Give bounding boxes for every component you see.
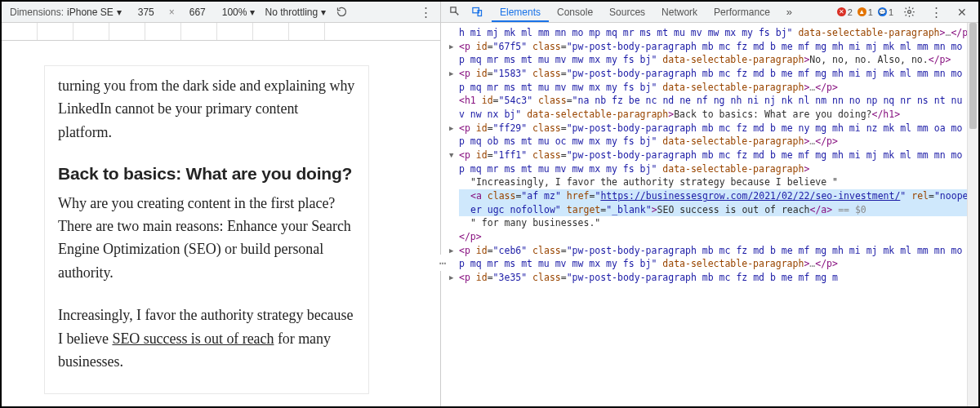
ruler bbox=[2, 23, 440, 41]
device-preview-pane: Dimensions: iPhone SE ▾ 375 × 667 100% ▾… bbox=[2, 2, 441, 406]
throttling-dropdown[interactable]: No throttling ▾ bbox=[261, 5, 329, 20]
article-body: turning you from the dark side and expla… bbox=[44, 65, 369, 394]
tab-console[interactable]: Console bbox=[549, 2, 601, 22]
expand-icon[interactable]: ▶ bbox=[449, 246, 453, 256]
device-dimensions-dropdown[interactable]: Dimensions: iPhone SE ▾ bbox=[7, 5, 125, 20]
error-badge[interactable]: ✕2 bbox=[837, 7, 853, 17]
dom-node[interactable]: ▶ <p id="1583" class="pw-post-body-parag… bbox=[448, 67, 978, 94]
article-heading: Back to basics: What are you doing? bbox=[58, 163, 355, 184]
vertical-scrollbar[interactable] bbox=[967, 23, 978, 406]
chevron-down-icon: ▾ bbox=[117, 7, 122, 18]
dom-text-node[interactable]: "Increasingly, I favor the authority str… bbox=[459, 175, 978, 189]
tab-sources[interactable]: Sources bbox=[601, 2, 653, 22]
warning-count: 1 bbox=[868, 7, 873, 17]
dom-text-node[interactable]: " for many businesses." bbox=[459, 216, 978, 230]
times-icon: × bbox=[167, 7, 176, 18]
info-badge[interactable]: 💬1 bbox=[878, 7, 893, 17]
dom-node[interactable]: ▶ <p id="67f5" class="pw-post-body-parag… bbox=[448, 40, 978, 67]
tabs-overflow-icon[interactable]: » bbox=[778, 2, 800, 22]
throttling-value: No throttling bbox=[265, 7, 318, 18]
device-toggle-icon[interactable] bbox=[466, 2, 488, 21]
expand-icon[interactable]: ▶ bbox=[449, 42, 453, 52]
article-paragraph: turning you from the dark side and expla… bbox=[58, 74, 355, 144]
height-input[interactable]: 667 bbox=[180, 7, 216, 18]
chevron-down-icon: ▾ bbox=[250, 7, 255, 18]
tab-network[interactable]: Network bbox=[653, 2, 706, 22]
article-paragraph: Why are you creating content in the firs… bbox=[58, 192, 355, 285]
devtools-tabs: Elements Console Sources Network Perform… bbox=[492, 2, 800, 22]
dom-node[interactable]: ▶ <p id="ff29" class="pw-post-body-parag… bbox=[448, 122, 978, 149]
rotate-icon[interactable] bbox=[332, 4, 351, 20]
close-icon[interactable]: ✕ bbox=[952, 2, 972, 22]
svg-point-3 bbox=[908, 11, 911, 14]
dimensions-label: Dimensions: bbox=[10, 7, 64, 18]
article-link[interactable]: SEO success is out of reach bbox=[112, 330, 274, 347]
device-toolbar: Dimensions: iPhone SE ▾ 375 × 667 100% ▾… bbox=[2, 2, 440, 23]
dom-node-selected[interactable]: <a class="af mz" href="https://businesse… bbox=[459, 189, 978, 216]
tab-elements[interactable]: Elements bbox=[492, 2, 549, 22]
expand-icon[interactable]: ▶ bbox=[449, 273, 453, 283]
width-input[interactable]: 375 bbox=[128, 7, 164, 18]
inspect-icon[interactable] bbox=[444, 2, 466, 21]
scroll-thumb[interactable] bbox=[969, 23, 977, 129]
warning-badge[interactable]: ▲1 bbox=[858, 7, 873, 17]
expand-icon[interactable]: ▶ bbox=[449, 123, 453, 134]
zoom-dropdown[interactable]: 100% ▾ bbox=[219, 5, 259, 20]
settings-icon[interactable] bbox=[898, 2, 920, 21]
devtools-pane: Elements Console Sources Network Perform… bbox=[441, 2, 978, 406]
collapse-icon[interactable]: ▼ bbox=[449, 150, 453, 161]
error-count: 2 bbox=[848, 7, 853, 17]
dom-node[interactable]: h mi mj mk ml mm mn mo mp mq mr ms mt mu… bbox=[448, 26, 978, 40]
dom-tree[interactable]: ⋯ h mi mj mk ml mm mn mo mp mq mr ms mt … bbox=[441, 23, 978, 406]
device-name: iPhone SE bbox=[67, 7, 114, 18]
chevron-down-icon: ▾ bbox=[321, 7, 326, 18]
devtools-toolbar: Elements Console Sources Network Perform… bbox=[441, 2, 978, 23]
kebab-menu-icon[interactable]: ⋮ bbox=[925, 2, 947, 23]
info-count: 1 bbox=[889, 7, 893, 17]
article-paragraph: Increasingly, I favor the authority stra… bbox=[58, 304, 355, 373]
kebab-menu-icon[interactable]: ⋮ bbox=[416, 3, 435, 21]
dom-node[interactable]: ▶ <p id="3e35" class="pw-post-body-parag… bbox=[448, 271, 978, 285]
dom-node[interactable]: ▶ <p id="ceb6" class="pw-post-body-parag… bbox=[448, 244, 978, 271]
dom-node-expanded[interactable]: ▼ <p id="1ff1" class="pw-post-body-parag… bbox=[448, 149, 978, 175]
expand-icon[interactable]: ▶ bbox=[449, 69, 453, 79]
tab-performance[interactable]: Performance bbox=[706, 2, 778, 22]
preview-viewport[interactable]: turning you from the dark side and expla… bbox=[2, 41, 440, 406]
zoom-value: 100% bbox=[222, 7, 247, 18]
dom-close-tag[interactable]: </p> bbox=[448, 230, 978, 244]
dom-node[interactable]: <h1 id="54c3" class="na nb fz be nc nd n… bbox=[448, 94, 978, 121]
